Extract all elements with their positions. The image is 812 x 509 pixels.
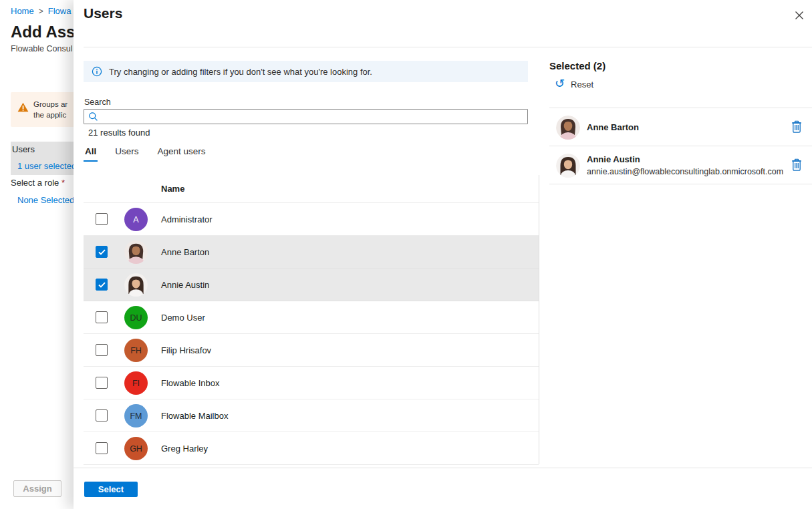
user-selected-link[interactable]: 1 user selected: [17, 161, 74, 171]
tab-agent-users[interactable]: Agent users: [157, 145, 207, 162]
assign-button[interactable]: Assign: [13, 480, 61, 497]
warning-text: Groups ar the applic: [33, 99, 67, 120]
search-icon: [88, 112, 98, 122]
users-panel: Users Try changing or adding filters if …: [74, 0, 812, 509]
selected-item: Anne Barton: [549, 108, 812, 146]
table-row[interactable]: DU Demo User: [84, 301, 539, 334]
trash-icon[interactable]: [791, 158, 803, 172]
search-box: [84, 109, 528, 124]
footer-divider: [74, 468, 812, 468]
info-banner: Try changing or adding filters if you do…: [84, 61, 528, 82]
table-row[interactable]: A Administrator: [84, 203, 539, 236]
row-user-name: Greg Harley: [161, 432, 208, 464]
row-user-name: Demo User: [161, 301, 205, 333]
results-count: 21 results found: [88, 128, 150, 138]
row-checkbox[interactable]: [96, 377, 108, 389]
name-column-header: Name: [161, 184, 184, 194]
tab-all[interactable]: All: [84, 145, 97, 162]
row-user-name: Anne Barton: [161, 236, 209, 268]
user-avatar: [124, 273, 148, 297]
panel-title: Users: [84, 5, 122, 21]
page-subtitle: Flowable Consul: [11, 44, 72, 53]
user-avatar: FH: [124, 339, 148, 362]
reset-label: Reset: [571, 79, 593, 90]
tab-users[interactable]: Users: [114, 145, 139, 162]
page-title: Add Ass: [11, 23, 74, 41]
background-page: Home>Flowa Add Ass Flowable Consul Group…: [0, 0, 74, 509]
user-avatar: GH: [124, 437, 148, 460]
select-role-label: Select a role *: [11, 178, 65, 188]
breadcrumb-home-link[interactable]: Home: [11, 6, 34, 16]
selected-list: Anne Barton Annie Austin annie.austi: [549, 108, 812, 184]
table-row[interactable]: FH Filip Hrisafov: [84, 334, 539, 367]
row-user-name: Flowable Inbox: [161, 367, 219, 399]
breadcrumb-flowable-link[interactable]: Flowa: [48, 6, 72, 16]
row-checkbox[interactable]: [96, 344, 108, 356]
row-checkbox[interactable]: [96, 409, 108, 421]
selected-user-avatar: [556, 154, 580, 178]
role-value-link[interactable]: None Selected: [17, 195, 74, 205]
reset-button[interactable]: ↺ Reset: [555, 79, 593, 90]
row-checkbox[interactable]: [96, 311, 108, 323]
info-banner-text: Try changing or adding filters if you do…: [109, 67, 372, 77]
warning-icon: [17, 102, 29, 112]
table-row[interactable]: FI Flowable Inbox: [84, 367, 539, 399]
table-row[interactable]: GH Greg Harley: [84, 432, 539, 465]
users-field-label: Users: [12, 144, 35, 154]
warning-banner: Groups ar the applic: [11, 92, 74, 127]
breadcrumb-separator: >: [39, 7, 43, 16]
row-user-name: Flowable Mailbox: [161, 399, 228, 432]
user-avatar: [124, 240, 148, 264]
row-user-name: Annie Austin: [161, 269, 209, 301]
selected-count-title: Selected (2): [549, 60, 605, 71]
table-row[interactable]: Annie Austin: [84, 269, 539, 301]
row-checkbox[interactable]: [96, 246, 108, 258]
header-divider: [84, 47, 812, 47]
row-checkbox[interactable]: [96, 442, 108, 454]
users-field-highlight: Users 1 user selected: [11, 142, 74, 175]
breadcrumb: Home>Flowa: [11, 6, 71, 16]
reset-icon: ↺: [555, 78, 565, 89]
user-avatar: A: [124, 208, 148, 231]
selected-user-avatar: [556, 116, 580, 140]
info-icon: [92, 66, 102, 77]
selected-item: Annie Austin annie.austin@flowableconsul…: [549, 146, 812, 184]
user-avatar: FM: [124, 404, 148, 428]
close-icon[interactable]: [793, 9, 806, 22]
table-row[interactable]: Anne Barton: [84, 236, 539, 269]
user-list: A Administrator Anne Barton Annie Austin: [84, 202, 539, 465]
table-row[interactable]: FM Flowable Mailbox: [84, 399, 539, 432]
search-label: Search: [84, 98, 111, 107]
user-avatar: DU: [124, 306, 148, 329]
tab-bar: AllUsersAgent users: [84, 145, 207, 162]
row-user-name: Administrator: [161, 203, 213, 235]
selected-user-email: annie.austin@flowableconsultinglab.onmic…: [587, 167, 783, 176]
search-input[interactable]: [102, 110, 523, 124]
list-right-border: [539, 175, 539, 464]
trash-icon[interactable]: [791, 120, 803, 134]
select-button[interactable]: Select: [84, 482, 138, 497]
row-checkbox[interactable]: [96, 279, 108, 291]
required-asterisk: *: [61, 178, 65, 188]
selected-user-name: Anne Barton: [587, 122, 639, 132]
selected-user-name: Annie Austin: [587, 154, 783, 164]
user-avatar: FI: [124, 371, 148, 395]
row-checkbox[interactable]: [96, 213, 108, 225]
row-user-name: Filip Hrisafov: [161, 334, 211, 366]
